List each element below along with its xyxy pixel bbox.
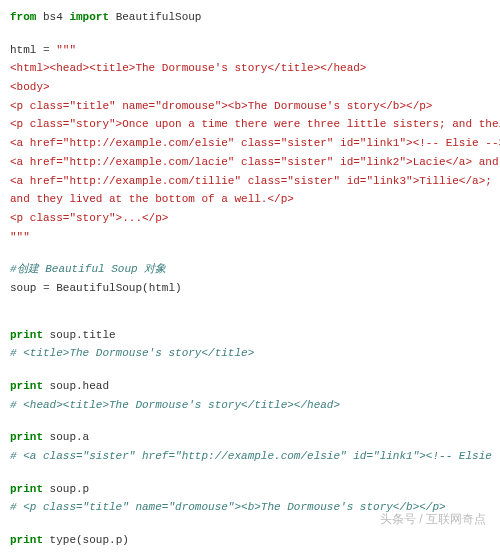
code-line: <p class="title" name="dromouse"><b>The … [10,97,490,116]
code-line: print soup.a [10,428,490,447]
comment-line: # <a class="sister" href="http://example… [10,447,490,466]
keyword-print: print [10,534,43,546]
code-line: <a href="http://example.com/lacie" class… [10,153,490,172]
keyword-print: print [10,483,43,495]
keyword-print: print [10,329,43,341]
code-line: print type(soup.p) [10,531,490,550]
code-block: from bs4 import BeautifulSoup html = """… [10,8,490,550]
code-line: print soup.title [10,326,490,345]
comment-line: # <title>The Dormouse's story</title> [10,344,490,363]
code-line: from bs4 import BeautifulSoup [10,8,490,27]
code-line: html = """ [10,41,490,60]
code-line: print soup.p [10,480,490,499]
keyword-from: from [10,11,36,23]
code-line: print soup.head [10,377,490,396]
code-line: <html><head><title>The Dormouse's story<… [10,59,490,78]
keyword-print: print [10,431,43,443]
keyword-import: import [69,11,109,23]
comment-line: # <head><title>The Dormouse's story</tit… [10,396,490,415]
code-line: <a href="http://example.com/tillie" clas… [10,172,490,191]
code-line: soup = BeautifulSoup(html) [10,279,490,298]
code-line: """ [10,228,490,247]
comment-line: #创建 Beautiful Soup 对象 [10,260,490,279]
code-line: <a href="http://example.com/elsie" class… [10,134,490,153]
code-line: and they lived at the bottom of a well.<… [10,190,490,209]
comment-line: # <p class="title" name="dromouse"><b>Th… [10,498,490,517]
code-line: <body> [10,78,490,97]
keyword-print: print [10,380,43,392]
code-line: <p class="story">...</p> [10,209,490,228]
code-line: <p class="story">Once upon a time there … [10,115,490,134]
